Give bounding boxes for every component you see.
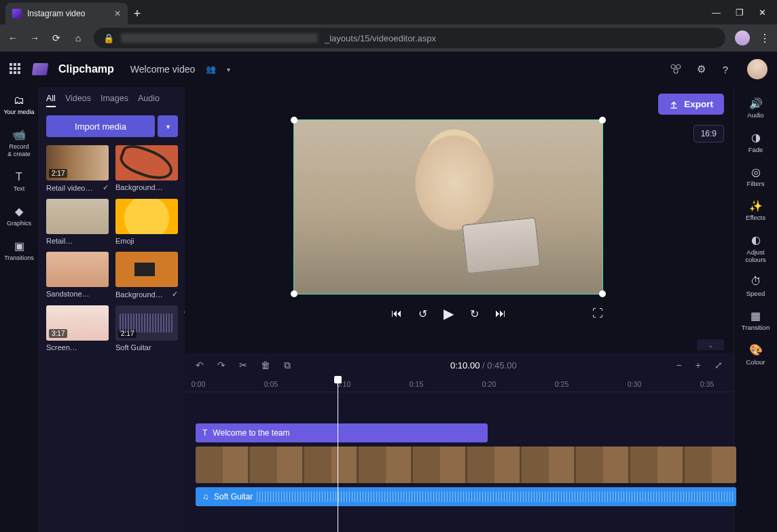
timeline: ↶ ↷ ✂ 🗑 ⧉ 0:10.00 / 0:45.00 − + ⤢ 0:000:… <box>185 353 734 532</box>
skip-end-icon[interactable]: ⏭ <box>495 307 506 320</box>
media-thumbnail: 3:17 <box>46 305 109 341</box>
rr-label: Speed <box>746 290 765 297</box>
zoom-fit-icon[interactable]: ⤢ <box>715 360 723 370</box>
browser-menu-icon[interactable]: ⋮ <box>759 32 770 45</box>
preview-area: Export 16:9 ⏮ ↺ ▶ ↻ ⏭ ⛶ ⌄ <box>185 87 734 353</box>
media-thumbnail <box>115 199 178 234</box>
media-item[interactable]: 3:17Screen… <box>46 305 109 352</box>
rr-transition[interactable]: ▦Transition <box>734 306 778 336</box>
text-clip-label: Welcome to the team <box>213 428 289 438</box>
back-icon[interactable]: ← <box>7 33 19 43</box>
media-grid: 2:17Retail video…✓Background…Retail…Emoj… <box>46 145 178 352</box>
playhead[interactable] <box>338 377 338 532</box>
timeline-tracks[interactable]: T Welcome to the team ♫ Soft Guitar <box>185 392 734 532</box>
media-item[interactable]: Retail… <box>46 199 109 245</box>
settings-icon[interactable]: ⚙ <box>694 63 708 75</box>
resize-handle[interactable] <box>599 117 606 124</box>
media-item[interactable]: 2:17Retail video…✓ <box>46 145 109 192</box>
new-tab-button[interactable]: + <box>128 3 147 24</box>
import-media-dropdown[interactable]: ▾ <box>158 115 178 137</box>
audio-track-clip[interactable]: ♫ Soft Guitar <box>196 487 736 506</box>
media-item[interactable]: 2:17Soft Guitar <box>115 305 178 352</box>
zoom-out-icon[interactable]: − <box>676 360 682 370</box>
duplicate-icon[interactable]: ⧉ <box>284 360 291 371</box>
video-preview[interactable] <box>293 119 603 294</box>
address-bar[interactable]: 🔒 _layouts/15/videoeditor.aspx <box>94 28 725 48</box>
export-button[interactable]: Export <box>658 94 724 115</box>
delete-icon[interactable]: 🗑 <box>261 360 270 370</box>
media-item[interactable]: Background… <box>115 145 178 192</box>
text-track-clip[interactable]: T Welcome to the team <box>196 423 488 442</box>
maximize-icon[interactable]: ❐ <box>736 7 744 18</box>
forward-icon[interactable]: → <box>29 33 41 43</box>
play-icon[interactable]: ▶ <box>444 305 454 322</box>
resize-handle[interactable] <box>291 117 297 124</box>
tab-all[interactable]: All <box>46 94 56 107</box>
browser-profile-avatar[interactable] <box>735 31 750 45</box>
undo-icon[interactable]: ↶ <box>196 360 204 370</box>
media-item[interactable]: Background…✓ <box>115 252 178 299</box>
rail-transitions[interactable]: ▣Transitions <box>0 235 38 266</box>
rail-graphics[interactable]: ◆Graphics <box>0 201 38 231</box>
home-icon[interactable]: ⌂ <box>72 33 84 43</box>
ruler-tick: 0:05 <box>264 380 278 388</box>
media-label: Screen… <box>46 343 77 352</box>
reload-icon[interactable]: ⟳ <box>50 33 62 43</box>
redo-icon[interactable]: ↷ <box>217 360 225 370</box>
close-tab-icon[interactable]: ✕ <box>114 9 121 18</box>
rr-effects[interactable]: ✨Effects <box>734 196 778 226</box>
split-icon[interactable]: ✂ <box>239 360 247 370</box>
ruler-tick: 0:35 <box>700 380 714 388</box>
media-icon: 🗂 <box>0 94 38 107</box>
ruler-tick: 0:30 <box>628 380 641 388</box>
rail-text[interactable]: TText <box>0 166 38 197</box>
app-launcher-icon[interactable] <box>10 63 22 75</box>
rr-adjust-colours[interactable]: ◐Adjust colours <box>734 230 778 267</box>
shared-indicator-icon[interactable]: 👥 <box>206 64 216 74</box>
rail-your-media[interactable]: 🗂Your media <box>0 90 38 120</box>
ruler-tick: 0:20 <box>482 380 496 388</box>
camera-icon: 📹 <box>0 128 38 141</box>
timecode-total: 0:45.00 <box>487 360 516 370</box>
upgrade-icon[interactable] <box>670 63 683 75</box>
url-redacted <box>121 33 318 43</box>
rr-label: Effects <box>746 214 765 221</box>
timeline-ruler[interactable]: 0:000:050:100:150:200:250:300:35 <box>185 377 734 392</box>
import-media-button[interactable]: Import media <box>46 115 155 137</box>
media-item[interactable]: Emoji <box>115 199 178 245</box>
forward-icon[interactable]: ↻ <box>470 307 479 320</box>
tab-images[interactable]: Images <box>101 94 128 107</box>
help-icon[interactable]: ? <box>719 64 732 75</box>
fullscreen-icon[interactable]: ⛶ <box>592 307 603 320</box>
rr-audio[interactable]: 🔊Audio <box>734 94 778 124</box>
zoom-in-icon[interactable]: + <box>695 360 701 370</box>
rr-filters[interactable]: ◎Filters <box>734 162 778 192</box>
media-label: Retail… <box>46 237 73 245</box>
timeline-expand-toggle[interactable]: ⌄ <box>697 339 724 350</box>
media-thumbnail <box>115 145 178 180</box>
skip-start-icon[interactable]: ⏮ <box>391 307 402 320</box>
filters-icon: ◎ <box>734 166 778 178</box>
rail-record-create[interactable]: 📹Record & create <box>0 124 38 162</box>
minimize-icon[interactable]: ― <box>712 7 721 18</box>
aspect-ratio-selector[interactable]: 16:9 <box>693 125 724 142</box>
tab-title: Instagram video <box>27 9 85 18</box>
audio-clip-label: Soft Guitar <box>214 492 253 501</box>
rr-colour[interactable]: 🎨Colour <box>734 340 778 370</box>
video-track-clip[interactable] <box>196 446 736 483</box>
close-window-icon[interactable]: ✕ <box>759 7 766 18</box>
rr-speed[interactable]: ⏱Speed <box>734 271 778 301</box>
resize-handle[interactable] <box>599 290 606 297</box>
tab-videos[interactable]: Videos <box>65 94 91 107</box>
rr-fade[interactable]: ◑Fade <box>734 128 778 157</box>
project-name[interactable]: Welcome video <box>130 64 195 75</box>
user-avatar[interactable] <box>747 59 767 79</box>
rr-label: Colour <box>746 358 765 366</box>
rewind-icon[interactable]: ↺ <box>418 307 427 320</box>
browser-tab[interactable]: Instagram video ✕ <box>5 3 128 24</box>
resize-handle[interactable] <box>291 290 297 297</box>
project-menu-chevron-icon[interactable]: ▾ <box>227 66 230 73</box>
tab-audio[interactable]: Audio <box>138 94 160 107</box>
text-track-icon: T <box>202 428 207 438</box>
media-item[interactable]: Sandstone… <box>46 252 109 299</box>
